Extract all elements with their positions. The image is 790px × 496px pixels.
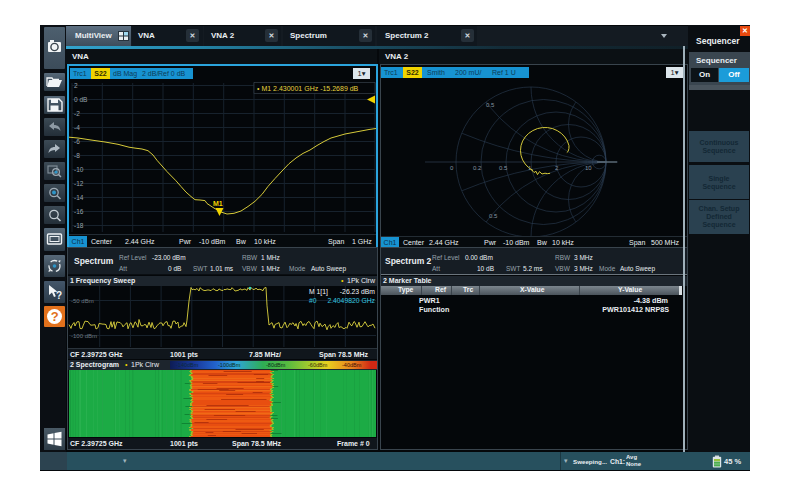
svg-text:-4: -4 (74, 124, 80, 131)
svg-text:-12: -12 (74, 180, 84, 187)
svg-text:0.5: 0.5 (489, 213, 498, 219)
svg-text:0: 0 (450, 165, 454, 171)
svg-text:M1: M1 (213, 200, 223, 207)
svg-text:• M1 2.430001 GHz -15.2689: • M1 2.430001 GHz -15.2689 dB (257, 85, 359, 92)
svg-text:-2: -2 (74, 110, 80, 117)
svg-text:?: ? (56, 290, 62, 301)
svg-text:-18: -18 (74, 222, 84, 229)
svg-text:-50 dBm: -50 dBm (71, 298, 94, 304)
svg-text:0.2: 0.2 (473, 165, 482, 171)
svg-text:2: 2 (555, 165, 559, 171)
svg-text:-8: -8 (74, 152, 80, 159)
svg-text:-26.23 dBm: -26.23 dBm (340, 288, 375, 295)
svg-text:-14: -14 (74, 194, 84, 201)
svg-text:10: 10 (585, 165, 592, 171)
svg-text:?: ? (51, 309, 59, 324)
svg-text:#0: #0 (309, 297, 317, 304)
svg-text:-16: -16 (74, 208, 84, 215)
svg-text:0.5: 0.5 (486, 102, 495, 108)
svg-text:M 1[1]: M 1[1] (309, 288, 328, 296)
svg-text:2.4049820 GHz: 2.4049820 GHz (327, 297, 375, 304)
svg-text:-6: -6 (74, 138, 80, 145)
svg-text:0.5: 0.5 (499, 165, 508, 171)
svg-text:-100 dBm: -100 dBm (71, 333, 97, 339)
svg-text:0 dB: 0 dB (74, 96, 87, 103)
svg-text:-10: -10 (74, 166, 84, 173)
svg-text:2: 2 (74, 82, 78, 89)
